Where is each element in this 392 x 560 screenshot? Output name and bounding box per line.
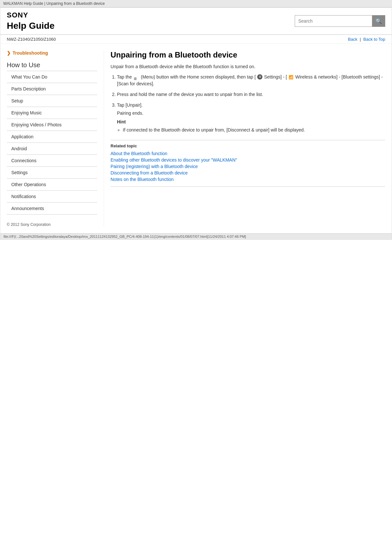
content-intro: Unpair from a Bluetooth device while the… [111, 64, 385, 69]
step-2: Press and hold the name of the device yo… [117, 91, 385, 98]
nav-links: Back | Back to Top [348, 37, 385, 42]
sidebar-item-announcements[interactable]: Announcements [7, 203, 97, 215]
model-label: NWZ-Z1040/Z1050/Z1060 [7, 37, 56, 42]
sidebar-item-other-operations[interactable]: Other Operations [7, 179, 97, 191]
related-link-1[interactable]: About the Bluetooth function [111, 151, 385, 156]
sidebar-item-application[interactable]: Application [7, 131, 97, 143]
hint-item-1: If connected to the Bluetooth device to … [123, 127, 385, 133]
chevron-right-icon: ❯ [7, 50, 11, 56]
sidebar-item-settings[interactable]: Settings [7, 167, 97, 179]
step-3: Tap [Unpair]. Pairing ends. Hint If conn… [117, 102, 385, 133]
related-link-3[interactable]: Pairing (registering) with a Bluetooth d… [111, 164, 385, 169]
related-topic-section: Related topic About the Bluetooth functi… [111, 140, 385, 187]
search-button[interactable]: 🔍 [372, 15, 385, 27]
browser-title-bar: WALKMAN Help Guide | Unpairing from a Bl… [0, 0, 392, 7]
sidebar-item-connections[interactable]: Connections [7, 155, 97, 167]
steps-list: Tap the (Menu) button with the Home scre… [117, 74, 385, 133]
sidebar-item-android[interactable]: Android [7, 143, 97, 155]
back-to-top-link[interactable]: Back to Top [363, 37, 385, 42]
back-link[interactable]: Back [348, 37, 357, 42]
step-1: Tap the (Menu) button with the Home scre… [117, 74, 385, 87]
sidebar-item-enjoying-videos-photos[interactable]: Enjoying Videos / Photos [7, 119, 97, 131]
footer-url: file:///F|/...20and%20Settings/editorala… [4, 235, 246, 238]
settings-icon: ⚙ [257, 74, 262, 79]
sidebar-item-notifications[interactable]: Notifications [7, 191, 97, 203]
sidebar-item-enjoying-music[interactable]: Enjoying Music [7, 107, 97, 119]
main-layout: ❯ Troubleshooting How to Use What You Ca… [0, 44, 392, 233]
content-area: Unpairing from a Bluetooth device Unpair… [104, 50, 385, 227]
sidebar-item-parts-description[interactable]: Parts Description [7, 83, 97, 95]
sidebar-section-title: How to Use [7, 61, 97, 69]
page-header: SONY Help Guide 🔍 [0, 8, 392, 35]
troubleshooting-link[interactable]: Troubleshooting [13, 50, 48, 56]
hint-label: Hint [117, 119, 385, 125]
sidebar: ❯ Troubleshooting How to Use What You Ca… [7, 50, 104, 227]
sony-logo: SONY [7, 11, 55, 19]
related-link-4[interactable]: Disconnecting from a Bluetooth device [111, 170, 385, 175]
browser-title-text: WALKMAN Help Guide | Unpairing from a Bl… [3, 1, 105, 6]
footer-bar: file:///F|/...20and%20Settings/editorala… [0, 233, 392, 239]
copyright-text: © 2012 Sony Corporation [7, 222, 97, 227]
step-3-inner: Pairing ends. Hint If connected to the B… [117, 110, 385, 133]
nav-bar: NWZ-Z1040/Z1050/Z1060 Back | Back to Top [0, 35, 392, 44]
help-guide-title: Help Guide [7, 21, 55, 31]
related-link-5[interactable]: Notes on the Bluetooth function [111, 177, 385, 182]
sidebar-troubleshooting: ❯ Troubleshooting [7, 50, 97, 56]
search-icon: 🔍 [376, 18, 382, 24]
menu-icon [134, 75, 139, 79]
sidebar-item-setup[interactable]: Setup [7, 95, 97, 107]
page-title: Unpairing from a Bluetooth device [111, 50, 385, 59]
sidebar-item-what-you-can-do[interactable]: What You Can Do [7, 71, 97, 83]
wireless-icon: 📶 [289, 74, 294, 79]
search-input[interactable] [295, 15, 372, 27]
nav-separator: | [360, 37, 361, 42]
page-wrapper: SONY Help Guide 🔍 NWZ-Z1040/Z1050/Z1060 … [0, 7, 392, 240]
hint-list: If connected to the Bluetooth device to … [123, 127, 385, 133]
header-right: 🔍 [295, 15, 385, 27]
related-link-2[interactable]: Enabling other Bluetooth devices to disc… [111, 157, 385, 163]
related-topic-label: Related topic [111, 143, 385, 148]
header-left: SONY Help Guide [7, 11, 55, 31]
